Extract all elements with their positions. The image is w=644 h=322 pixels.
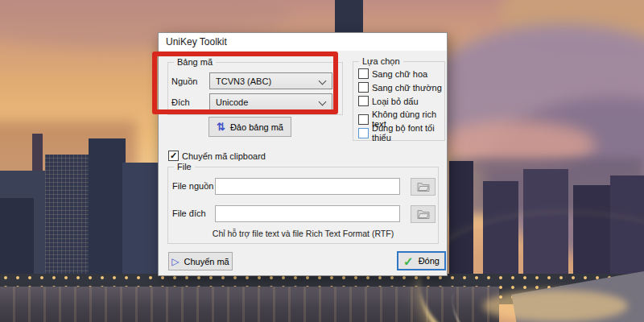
title-bar[interactable]: UniKey Toolkit: [159, 33, 447, 51]
convert-button-label: Chuyển mã: [184, 257, 229, 266]
options-groupbox: Lựa chọn Sang chữ hoa Sang chữ thường Lo…: [353, 61, 445, 141]
checkbox[interactable]: [358, 68, 369, 79]
swap-charsets-button[interactable]: ⇅ Đảo bảng mã: [208, 117, 291, 137]
checkbox-label: Sang chữ thường: [372, 83, 442, 93]
checkbox-row[interactable]: Loại bỏ dấu: [358, 96, 419, 106]
play-icon: ▷: [171, 257, 179, 266]
checkbox-row[interactable]: Dùng bộ font tối thiểu: [358, 123, 444, 142]
target-charset-label: Đích: [171, 97, 190, 107]
checkbox-label: Sang chữ hoa: [372, 69, 427, 79]
highway-glow: [483, 290, 628, 322]
file-group-label: File: [174, 162, 195, 171]
convert-button[interactable]: ▷ Chuyển mã: [168, 252, 233, 270]
browse-source-button[interactable]: [411, 178, 436, 196]
file-support-note: Chỉ hỗ trợ file text và file Rich Text F…: [168, 229, 438, 238]
checkbox[interactable]: [358, 96, 369, 106]
source-file-label: File nguồn: [172, 181, 213, 191]
charset-group-label: Bảng mã: [174, 57, 216, 67]
target-charset-value: Unicode: [216, 97, 248, 107]
swap-button-label: Đảo bảng mã: [230, 122, 283, 132]
checkbox-row[interactable]: Sang chữ thường: [358, 82, 442, 93]
target-file-label: File đích: [172, 208, 206, 218]
clipboard-checkbox[interactable]: [168, 151, 179, 161]
clipboard-checkbox-row[interactable]: Chuyển mã clipboard: [168, 151, 266, 161]
close-button-label: Đóng: [419, 256, 440, 266]
green-check-icon: ✓: [403, 255, 414, 267]
source-charset-dropdown[interactable]: TCVN3 (ABC): [209, 72, 332, 89]
folder-open-icon: [417, 182, 430, 192]
screenshot-stage: UniKey Toolkit Bảng mã Nguồn TCVN3 (ABC)…: [0, 0, 644, 322]
target-charset-dropdown[interactable]: Unicode: [209, 93, 332, 110]
chevron-down-icon: [319, 98, 327, 106]
building: [89, 138, 126, 291]
clipboard-checkbox-label: Chuyển mã clipboard: [182, 151, 266, 161]
checkbox-row[interactable]: Sang chữ hoa: [358, 68, 427, 79]
options-group-label: Lựa chọn: [359, 56, 403, 66]
checkbox-label: Dùng bộ font tối thiểu: [372, 123, 444, 142]
checkbox-label: Loại bỏ dấu: [372, 97, 419, 106]
landmark-tower: [335, 0, 363, 34]
window-title: UniKey Toolkit: [166, 36, 227, 47]
source-file-input[interactable]: [215, 178, 400, 195]
file-groupbox: File File nguồn File đích Chỉ hỗ trợ fil…: [167, 167, 439, 244]
chevron-down-icon: [319, 77, 327, 85]
browse-target-button[interactable]: [411, 205, 436, 223]
swap-arrows-icon: ⇅: [217, 122, 225, 132]
building: [45, 155, 90, 291]
source-charset-value: TCVN3 (ABC): [216, 76, 271, 86]
source-charset-label: Nguồn: [171, 76, 197, 86]
checkbox[interactable]: [358, 82, 369, 93]
checkbox[interactable]: [358, 128, 369, 138]
close-button[interactable]: ✓ Đóng: [397, 251, 446, 270]
folder-open-icon: [417, 209, 430, 219]
target-file-input[interactable]: [215, 205, 400, 222]
unikey-toolkit-window: UniKey Toolkit Bảng mã Nguồn TCVN3 (ABC)…: [158, 32, 448, 276]
